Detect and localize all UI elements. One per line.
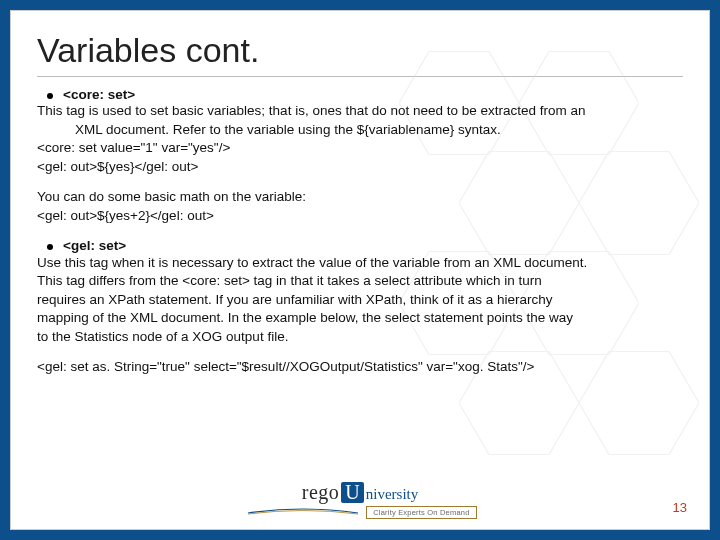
- gel-set-p5: to the Statistics node of a XOG output f…: [37, 329, 683, 345]
- math-block: You can do some basic math on the variab…: [37, 189, 683, 224]
- math-line: You can do some basic math on the variab…: [37, 189, 683, 205]
- core-set-tag: <core: set>: [63, 87, 135, 103]
- logo-swoosh-icon: [243, 507, 363, 515]
- gel-set-block: <gel: set> Use this tag when it is neces…: [37, 238, 683, 345]
- logo-suffix: niversity: [366, 486, 419, 503]
- core-set-desc-2: XML document. Refer to the variable usin…: [37, 122, 683, 138]
- core-set-block: <core: set> This tag is used to set basi…: [37, 87, 683, 175]
- logo: rego U niversity Clarity Experts On Dema…: [243, 481, 476, 519]
- slide-content: <core: set> This tag is used to set basi…: [37, 87, 683, 376]
- gel-set-code: <gel: set as. String="true" select="$res…: [37, 359, 683, 375]
- core-set-code-1: <core: set value="1" var="yes"/>: [37, 140, 683, 156]
- gel-set-code-block: <gel: set as. String="true" select="$res…: [37, 359, 683, 375]
- core-set-desc-1: This tag is used to set basic variables;…: [37, 103, 683, 119]
- slide-frame: Variables cont. <core: set> This tag is …: [0, 0, 720, 540]
- logo-brand: rego: [302, 481, 340, 504]
- page-title: Variables cont.: [37, 31, 683, 70]
- core-set-code-2: <gel: out>${yes}</gel: out>: [37, 159, 683, 175]
- gel-set-p3: requires an XPath statement. If you are …: [37, 292, 683, 308]
- slide-inner: Variables cont. <core: set> This tag is …: [10, 10, 710, 530]
- page-number: 13: [673, 500, 687, 515]
- gel-set-p2: This tag differs from the <core: set> ta…: [37, 273, 683, 289]
- math-code: <gel: out>${yes+2}</gel: out>: [37, 208, 683, 224]
- bullet-icon: [47, 244, 53, 250]
- footer: rego U niversity Clarity Experts On Dema…: [11, 481, 709, 519]
- title-rule: [37, 76, 683, 77]
- gel-set-p1: Use this tag when it is necessary to ext…: [37, 255, 683, 271]
- bullet-icon: [47, 93, 53, 99]
- logo-tagline: Clarity Experts On Demand: [366, 506, 476, 519]
- gel-set-tag: <gel: set>: [63, 238, 126, 254]
- logo-u: U: [341, 482, 363, 503]
- gel-set-p4: mapping of the XML document. In the exam…: [37, 310, 683, 326]
